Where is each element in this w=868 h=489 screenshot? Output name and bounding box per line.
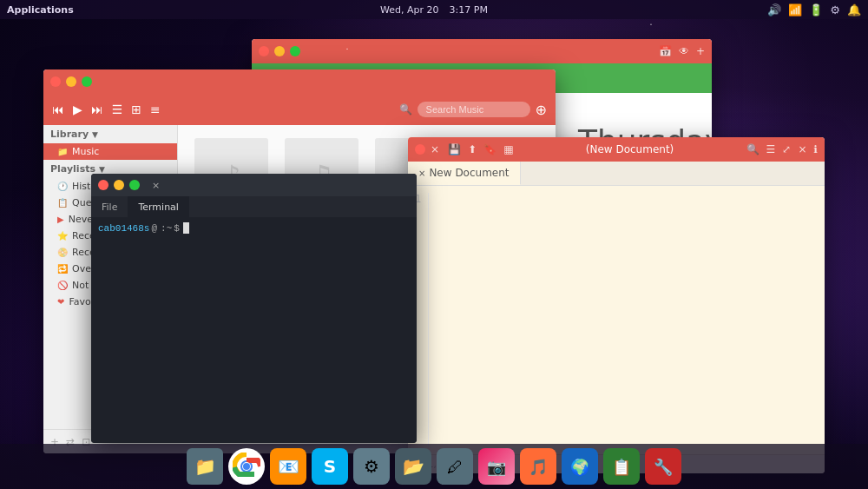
music-list-icon[interactable]: ☰ [112,102,123,116]
menubar-right: 🔊 📶 🔋 ⚙ 🔔 [767,3,861,17]
terminal-user: cab01468s [98,223,149,234]
terminal-at: @ [151,223,157,234]
editor-textarea[interactable] [436,193,818,445]
wifi-icon[interactable]: 📶 [788,3,802,17]
editor-expand-icon[interactable]: ⤢ [782,143,791,155]
music-min-button[interactable] [66,76,76,87]
editor-tab-bar: × New Document [408,162,825,186]
terminal-tab-1[interactable]: Terminal [128,196,189,217]
music-folder-icon: 📁 [57,147,68,156]
editor-close-icon[interactable]: × [431,143,439,155]
app-menu-label[interactable]: Applications [7,4,74,16]
dock-files2[interactable]: 📂 [395,448,431,485]
music-app-icon: 🎵 [529,458,548,476]
photos-icon: 📷 [487,458,506,476]
music-titlebar [43,69,556,94]
terminal-path: :~ [161,223,172,234]
cal-titlebar-icons: 📅 👁 + [659,45,705,57]
history-icon: 🕐 [57,182,68,191]
touchpad-icon: 📧 [278,456,299,477]
dock-photos[interactable]: 📷 [478,448,515,485]
dock-chrome[interactable] [228,448,265,485]
dock-settings-app[interactable]: ⚙ [353,448,390,485]
menubar-center: Wed, Apr 20 3:17 PM [380,4,488,16]
terminal-file-label[interactable]: File [91,196,128,217]
music-search-input[interactable] [418,102,530,117]
app-red-icon: 🔧 [654,458,673,476]
dock-music-app[interactable]: 🎵 [520,448,556,485]
terminal-cursor [183,222,189,234]
skype-s-icon: S [324,456,336,477]
music-max-button[interactable] [82,76,92,87]
music-search-icon: 🔍 [399,103,412,116]
cal-min-button[interactable] [274,46,285,56]
editor-bookmark-icon[interactable]: 🔖 [483,143,496,155]
editor-info-icon[interactable]: ℹ [813,143,818,155]
editor-grid-icon[interactable]: ▦ [503,143,513,155]
menubar-left: Applications [7,4,74,16]
dock-browser[interactable]: 🌍 [562,448,598,485]
recent-fav-icon: ⭐ [57,231,68,241]
editor-titlebar: × 💾 ⬆ 🔖 ▦ (New Document) 🔍 ☰ ⤢ × ℹ [408,137,825,162]
music-controls-bar: ⏮ ▶ ⏭ ☰ ⊞ ≡ 🔍 ⊕ [43,94,556,125]
volume-icon[interactable]: 🔊 [767,3,781,17]
terminal-close-button[interactable] [98,180,108,190]
recently-added-icon: 📀 [57,248,68,257]
svg-point-3 [243,463,250,470]
editor-upload-icon[interactable]: ⬆ [468,143,477,155]
editor-tab-close[interactable]: × [418,169,425,178]
battery-icon: 🔋 [809,3,823,17]
music-close-button[interactable] [50,76,61,87]
music-next-icon[interactable]: ⏭ [91,102,103,116]
notification-icon[interactable]: 🔔 [847,3,861,17]
settings-app-icon: ⚙ [364,456,379,477]
editor-close-button[interactable] [415,144,425,155]
inkscape-icon: 🖊 [447,458,463,476]
app-green-icon: 📋 [612,458,631,476]
editor-close-x-icon[interactable]: × [798,143,806,155]
music-prev-icon[interactable]: ⏮ [52,102,64,116]
editor-search-icon[interactable]: 🔍 [746,143,760,155]
music-grid-icon[interactable]: ⊞ [131,102,141,116]
terminal-max-button[interactable] [129,180,140,190]
dock-inkscape[interactable]: 🖊 [437,448,473,485]
terminal-window: × File Terminal cab01468s @ :~ $ [91,174,417,443]
music-view-icon[interactable]: ≡ [150,102,161,116]
desktop: Applications Wed, Apr 20 3:17 PM 🔊 📶 🔋 ⚙… [0,0,868,489]
terminal-titlebar: × [91,174,417,196]
music-sidebar-music[interactable]: 📁 Music [43,143,177,160]
dock-app-green[interactable]: 📋 [603,448,640,485]
menubar-date: Wed, Apr 20 [380,4,439,16]
editor-line-numbers: 1 [415,193,429,447]
editor-list-icon[interactable]: ☰ [766,143,776,155]
queue-icon: 📋 [57,198,68,208]
editor-title-text: (New Document) [518,143,740,155]
dock-touchpad[interactable]: 📧 [270,448,306,485]
playlists-chevron-icon[interactable]: ▼ [99,165,105,174]
editor-content[interactable] [436,193,818,447]
terminal-min-button[interactable] [114,180,124,190]
menubar: Applications Wed, Apr 20 3:17 PM 🔊 📶 🔋 ⚙… [0,0,868,19]
cal-close-button[interactable] [259,46,269,56]
dock-app-red[interactable]: 🔧 [645,448,681,485]
cal-icon-2[interactable]: 👁 [679,45,689,57]
music-add-icon[interactable]: ⊕ [536,102,547,118]
music-play-icon[interactable]: ▶ [73,102,82,116]
cal-icon-1[interactable]: 📅 [659,45,672,57]
dock-files[interactable]: 📁 [187,448,223,485]
not-recent-icon: 🚫 [57,281,68,290]
dock-skype-s[interactable]: S [312,448,348,485]
cal-max-button[interactable] [290,46,300,56]
taskbar: 📁 📧 S ⚙ 📂 🖊 [0,444,868,489]
cal-titlebar: 📅 👁 + [252,39,712,63]
library-chevron-icon[interactable]: ▼ [92,130,98,139]
editor-body[interactable]: 1 [408,186,825,454]
editor-tab-1[interactable]: × New Document [408,162,521,185]
settings-icon[interactable]: ⚙ [830,3,840,17]
editor-save-icon[interactable]: 💾 [448,143,461,155]
cal-icon-3[interactable]: + [696,45,705,57]
chrome-icon [233,453,260,480]
files-icon: 📁 [194,456,216,477]
files2-icon: 📂 [403,456,424,477]
terminal-body[interactable]: cab01468s @ :~ $ [91,217,417,443]
